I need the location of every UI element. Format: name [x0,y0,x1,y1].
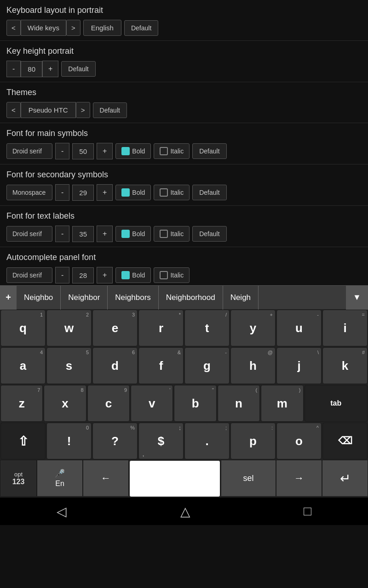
key-question[interactable]: %? [92,423,138,459]
font-main-minus[interactable]: - [55,143,69,159]
key-backspace[interactable]: ⌫ [322,423,368,459]
autocomplete-word-3[interactable]: Neighborhood [159,286,223,310]
font-secondary-italic-checkbox[interactable] [160,188,168,197]
key-s[interactable]: 5s [46,347,92,384]
key-height-plus[interactable]: + [42,61,58,77]
font-main-default[interactable]: Default [192,143,226,159]
key-v[interactable]: 'v [131,385,173,422]
font-autocomplete-plus[interactable]: + [97,267,113,283]
key-row-3: 7z 8x 9c 'v "b (n )m tab [0,384,368,422]
font-secondary-section: Font for secondary symbols Monospace - 2… [0,164,368,206]
font-labels-section: Font for text labels Droid serif - 35 + … [0,206,368,247]
key-space[interactable] [129,460,220,497]
font-secondary-default[interactable]: Default [192,185,226,200]
key-height-minus[interactable]: - [6,61,21,77]
font-labels-bold-label[interactable]: Bold [115,226,151,242]
key-g[interactable]: -g [184,347,230,384]
themes-next[interactable]: > [76,102,90,118]
font-secondary-italic-label[interactable]: Italic [154,185,190,200]
key-x[interactable]: 8x [44,385,86,422]
key-b[interactable]: "b [174,385,216,422]
nav-home-icon[interactable]: △ [180,504,190,519]
key-u[interactable]: -u [276,310,322,346]
key-d[interactable]: 6d [92,347,138,384]
autocomplete-word-4[interactable]: Neigh [223,286,259,310]
font-main-bold-checkbox[interactable] [121,147,130,155]
autocomplete-word-1[interactable]: Neighbor [61,286,108,310]
wide-keys-next[interactable]: > [66,20,80,36]
font-labels-italic-label[interactable]: Italic [154,226,190,242]
font-autocomplete-minus[interactable]: - [55,267,69,283]
key-y[interactable]: +y [230,310,276,346]
autocomplete-expand[interactable]: ▼ [346,286,368,310]
font-labels-minus[interactable]: - [55,226,69,242]
key-r[interactable]: *r [138,310,184,346]
font-labels-italic-text: Italic [170,230,184,237]
font-secondary-minus[interactable]: - [55,184,69,201]
key-en[interactable]: 🎤 En [37,460,83,497]
wide-keys-group: < Wide keys > [6,20,80,36]
font-secondary-bold-label[interactable]: Bold [115,185,151,200]
key-c[interactable]: 9c [87,385,130,422]
key-exclaim[interactable]: 0! [46,423,92,459]
key-w[interactable]: 2w [46,310,92,346]
autocomplete-plus[interactable]: + [0,286,17,310]
key-shift[interactable]: ⇧ [0,423,46,459]
themes-prev[interactable]: < [6,102,21,118]
key-opt[interactable]: opt 123 [0,460,37,497]
key-period[interactable]: ;. [184,423,230,459]
wide-keys-prev[interactable]: < [6,20,21,36]
keyboard-layout-default[interactable]: Default [124,20,158,36]
key-arrow-right[interactable]: → [276,460,322,497]
font-labels-italic-checkbox[interactable] [160,230,168,238]
nav-back-icon[interactable]: ◁ [57,504,67,519]
key-height-default[interactable]: Default [61,61,95,77]
key-k[interactable]: #k [322,347,368,384]
language-button[interactable]: English [83,20,121,36]
font-labels-default[interactable]: Default [192,226,226,242]
key-t[interactable]: /t [184,310,230,346]
key-e[interactable]: 3e [92,310,138,346]
themes-title: Themes [6,88,362,97]
font-autocomplete-bold-label[interactable]: Bold [115,267,151,283]
key-i[interactable]: =i [322,310,368,346]
key-arrow-left[interactable]: ← [83,460,129,497]
font-autocomplete-italic-label[interactable]: Italic [154,267,190,283]
font-labels-plus[interactable]: + [97,226,113,242]
nav-recents-icon[interactable]: □ [304,504,311,519]
key-opt-bottom: 123 [12,478,25,486]
autocomplete-word-2[interactable]: Neighbors [108,286,159,310]
key-p[interactable]: :p [230,423,276,459]
key-h[interactable]: @h [230,347,276,384]
key-o[interactable]: ^o [276,423,322,459]
autocomplete-word-0[interactable]: Neighbo [17,286,61,310]
key-tab[interactable]: tab [305,385,368,422]
key-row-2: 4a 5s 6d &f -g @h \j #k [0,347,368,384]
font-main-bold-label[interactable]: Bold [115,143,151,159]
key-f[interactable]: &f [138,347,184,384]
font-main-italic-label[interactable]: Italic [154,143,190,159]
key-m[interactable]: )m [261,385,303,422]
themes-default[interactable]: Default [93,102,127,118]
key-j[interactable]: \j [276,347,322,384]
font-main-plus[interactable]: + [97,143,113,159]
key-q[interactable]: 1q [0,310,46,346]
key-z[interactable]: 7z [0,385,43,422]
font-labels-size: 35 [72,226,94,242]
themes-row: < Pseudo HTC > Default [6,102,362,118]
font-secondary-plus[interactable]: + [97,184,113,201]
font-secondary-bold-checkbox[interactable] [121,188,130,197]
font-autocomplete-size: 28 [72,267,94,283]
font-main-title: Font for main symbols [6,129,362,138]
key-enter[interactable]: ↵ [322,460,368,497]
key-n[interactable]: (n [218,385,260,422]
key-sel[interactable]: sel [221,460,276,497]
font-autocomplete-bold-checkbox[interactable] [121,271,130,279]
wide-keys-value: Wide keys [21,20,66,36]
key-dollar[interactable]: ;$, [138,423,184,459]
font-main-italic-checkbox[interactable] [160,147,168,155]
font-autocomplete-italic-checkbox[interactable] [160,271,168,279]
key-a[interactable]: 4a [0,347,46,384]
font-secondary-title: Font for secondary symbols [6,170,362,180]
font-labels-bold-checkbox[interactable] [121,230,130,238]
